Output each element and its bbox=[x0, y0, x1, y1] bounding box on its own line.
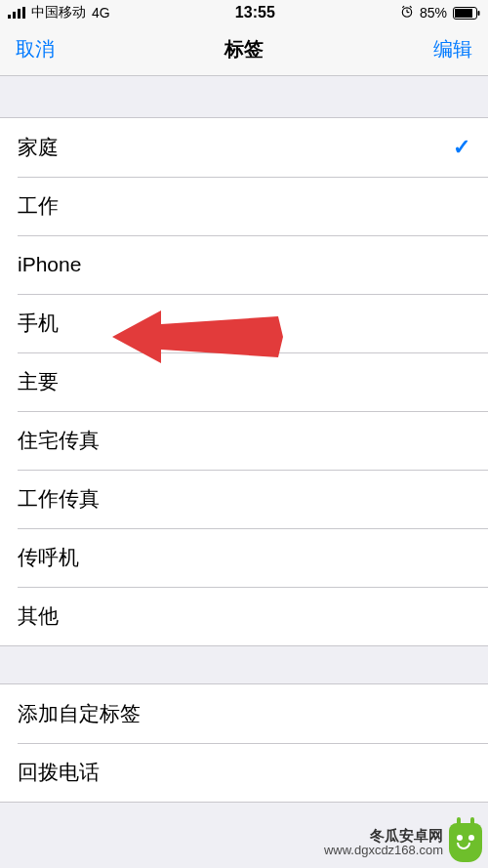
svg-rect-3 bbox=[22, 7, 25, 19]
edit-button[interactable]: 编辑 bbox=[433, 36, 472, 62]
svg-rect-11 bbox=[477, 11, 479, 16]
label-row-mobile[interactable]: 手机 bbox=[0, 294, 488, 352]
svg-rect-1 bbox=[13, 12, 16, 19]
svg-rect-10 bbox=[455, 9, 472, 18]
section-gap bbox=[0, 646, 488, 683]
network-label: 4G bbox=[92, 5, 110, 21]
signal-icon bbox=[8, 7, 25, 19]
label-text: 添加自定标签 bbox=[18, 700, 141, 727]
clock: 13:55 bbox=[235, 4, 275, 21]
label-row-work-fax[interactable]: 工作传真 bbox=[0, 470, 488, 528]
label-row-other[interactable]: 其他 bbox=[0, 587, 488, 645]
label-text: 回拨电话 bbox=[18, 759, 100, 786]
svg-line-7 bbox=[402, 6, 404, 8]
label-row-main[interactable]: 主要 bbox=[0, 352, 488, 411]
label-text: 手机 bbox=[18, 310, 59, 337]
checkmark-icon: ✓ bbox=[453, 135, 470, 160]
watermark-url: www.dgxcdz168.com bbox=[324, 844, 443, 857]
label-row-iphone[interactable]: iPhone bbox=[0, 235, 488, 294]
carrier-label: 中国移动 bbox=[31, 4, 86, 21]
label-row-pager[interactable]: 传呼机 bbox=[0, 528, 488, 587]
cancel-button[interactable]: 取消 bbox=[16, 36, 55, 62]
extra-list: 添加自定标签 回拨电话 bbox=[0, 683, 488, 803]
label-text: 住宅传真 bbox=[18, 427, 100, 454]
nav-bar: 取消 标签 编辑 bbox=[0, 23, 488, 76]
label-text: 其他 bbox=[18, 602, 59, 630]
status-left: 中国移动 4G bbox=[8, 4, 110, 21]
status-bar: 中国移动 4G 13:55 85% bbox=[0, 0, 488, 23]
labels-list: 家庭 ✓ 工作 iPhone 手机 主要 住宅传真 工作传真 传呼机 其他 bbox=[0, 117, 488, 646]
svg-rect-0 bbox=[8, 15, 11, 19]
battery-percent: 85% bbox=[420, 5, 447, 21]
label-text: 家庭 bbox=[18, 134, 59, 161]
label-row-home-fax[interactable]: 住宅传真 bbox=[0, 411, 488, 470]
label-row-home[interactable]: 家庭 ✓ bbox=[0, 118, 488, 177]
label-text: 工作 bbox=[18, 192, 59, 220]
status-right: 85% bbox=[400, 5, 480, 21]
label-row-work[interactable]: 工作 bbox=[0, 177, 488, 235]
label-text: iPhone bbox=[18, 253, 81, 276]
callback-row[interactable]: 回拨电话 bbox=[0, 743, 488, 802]
add-custom-label-row[interactable]: 添加自定标签 bbox=[0, 684, 488, 743]
watermark-name: 冬瓜安卓网 bbox=[324, 828, 443, 845]
svg-line-8 bbox=[410, 6, 412, 8]
watermark: 冬瓜安卓网 www.dgxcdz168.com bbox=[324, 823, 482, 862]
page-title: 标签 bbox=[224, 36, 264, 62]
label-text: 主要 bbox=[18, 368, 59, 395]
section-gap bbox=[0, 76, 488, 117]
watermark-text: 冬瓜安卓网 www.dgxcdz168.com bbox=[324, 828, 443, 858]
alarm-icon bbox=[400, 5, 414, 21]
svg-rect-2 bbox=[18, 9, 20, 19]
battery-icon bbox=[453, 7, 480, 20]
watermark-mascot-icon bbox=[449, 823, 482, 862]
label-text: 传呼机 bbox=[18, 544, 79, 571]
label-text: 工作传真 bbox=[18, 485, 100, 513]
